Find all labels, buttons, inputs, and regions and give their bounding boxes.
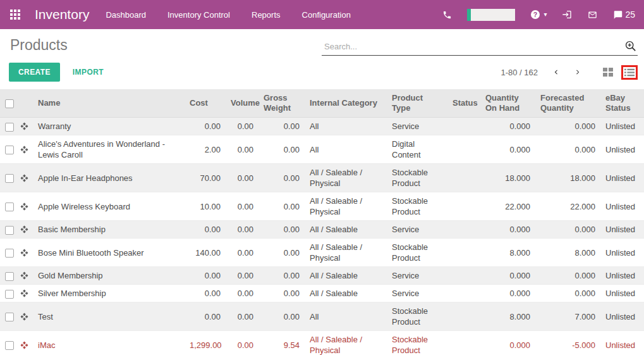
row-checkbox[interactable] bbox=[5, 123, 14, 132]
import-button[interactable]: IMPORT bbox=[69, 67, 107, 77]
cell-volume: 0.00 bbox=[226, 267, 258, 285]
cell-volume: 0.00 bbox=[226, 285, 258, 302]
cell-ebay-status: Unlisted bbox=[600, 192, 644, 221]
product-row[interactable]: Bose Mini Bluetooth Speaker140.000.000.0… bbox=[0, 239, 644, 267]
product-row[interactable]: Basic Membership0.000.000.00All / Saleab… bbox=[0, 221, 644, 239]
row-select-cell bbox=[0, 135, 19, 164]
drag-handle[interactable] bbox=[19, 221, 33, 239]
drag-handle[interactable] bbox=[19, 331, 33, 355]
drag-handle-icon bbox=[20, 225, 28, 234]
cell-quantity-on-hand: 0.000 bbox=[480, 118, 535, 135]
planner-progress-bar[interactable] bbox=[467, 9, 515, 21]
column-header-quantity-on-hand[interactable]: Quantity On Hand bbox=[480, 89, 535, 118]
app-title[interactable]: Inventory bbox=[35, 7, 89, 22]
sign-in-button[interactable] bbox=[562, 9, 572, 20]
kanban-view-button[interactable] bbox=[601, 66, 615, 78]
cell-status bbox=[447, 192, 480, 221]
row-select-cell bbox=[0, 239, 19, 267]
product-row[interactable]: Warranty0.000.000.00AllService0.0000.000… bbox=[0, 118, 644, 135]
pager-previous-button[interactable] bbox=[548, 66, 564, 78]
product-row[interactable]: Alice's Adventures in Wonderland - Lewis… bbox=[0, 135, 644, 164]
drag-handle[interactable] bbox=[19, 302, 33, 331]
row-checkbox[interactable] bbox=[5, 313, 14, 321]
drag-handle[interactable] bbox=[19, 267, 33, 285]
cell-volume: 0.00 bbox=[226, 192, 258, 221]
cell-gross-weight: 0.00 bbox=[258, 192, 305, 221]
planner-progress-fill bbox=[467, 9, 471, 21]
row-select-cell bbox=[0, 331, 19, 355]
zoom-search-icon[interactable] bbox=[625, 40, 636, 52]
row-checkbox[interactable] bbox=[5, 249, 14, 258]
navbar-menu: DashboardInventory ControlReportsConfigu… bbox=[106, 10, 350, 20]
cell-name: iMac bbox=[33, 331, 185, 355]
drag-handle[interactable] bbox=[19, 135, 33, 164]
chevron-down-icon: ▾ bbox=[544, 11, 547, 18]
help-menu-button[interactable]: ? ▾ bbox=[530, 9, 547, 20]
chat-button[interactable]: 25 bbox=[613, 9, 635, 20]
search-box bbox=[322, 38, 638, 56]
column-header-name[interactable]: Name bbox=[33, 89, 185, 118]
drag-handle[interactable] bbox=[19, 285, 33, 302]
list-view-button[interactable] bbox=[621, 65, 638, 80]
phone-button[interactable] bbox=[442, 10, 452, 20]
drag-handle-icon bbox=[20, 202, 28, 211]
row-select-cell bbox=[0, 164, 19, 192]
cell-name: Apple In-Ear Headphones bbox=[33, 164, 185, 192]
drag-handle[interactable] bbox=[19, 192, 33, 221]
product-row[interactable]: iMac1,299.000.009.54All / Saleable / Phy… bbox=[0, 331, 644, 355]
cell-volume: 0.00 bbox=[226, 331, 258, 355]
cell-internal-category: All / Saleable bbox=[305, 267, 387, 285]
row-checkbox[interactable] bbox=[5, 202, 14, 211]
search-input[interactable] bbox=[323, 41, 625, 52]
column-header-volume[interactable]: Volume bbox=[226, 89, 258, 118]
column-header-gross-weight[interactable]: Gross Weight bbox=[258, 89, 305, 118]
cell-cost: 70.00 bbox=[185, 164, 226, 192]
cell-gross-weight: 0.00 bbox=[258, 302, 305, 331]
nav-item-configuration[interactable]: Configuration bbox=[302, 10, 351, 20]
drag-handle[interactable] bbox=[19, 239, 33, 267]
cell-ebay-status: Unlisted bbox=[600, 285, 644, 302]
nav-item-inventory-control[interactable]: Inventory Control bbox=[167, 10, 230, 20]
navbar-right: ? ▾ 25 bbox=[442, 9, 635, 21]
pager-next-button[interactable] bbox=[569, 66, 586, 78]
cell-name: Basic Membership bbox=[33, 221, 185, 239]
cell-product-type: Stockable Product bbox=[387, 239, 447, 267]
cell-status bbox=[447, 267, 480, 285]
cell-cost: 140.00 bbox=[185, 239, 226, 267]
column-header-product-type[interactable]: Product Type bbox=[387, 89, 447, 118]
cell-gross-weight: 0.00 bbox=[258, 221, 305, 239]
row-checkbox[interactable] bbox=[5, 272, 14, 281]
select-all-checkbox[interactable] bbox=[5, 99, 14, 108]
cell-gross-weight: 0.00 bbox=[258, 135, 305, 164]
cell-product-type: Digital Content bbox=[387, 135, 447, 164]
cell-quantity-on-hand: 0.000 bbox=[480, 221, 535, 239]
messages-button[interactable] bbox=[587, 10, 598, 20]
row-checkbox[interactable] bbox=[5, 226, 14, 235]
column-header-status[interactable]: Status bbox=[447, 89, 480, 118]
row-checkbox[interactable] bbox=[5, 341, 14, 350]
product-row[interactable]: Apple Wireless Keyboard10.000.000.00All … bbox=[0, 192, 644, 221]
row-checkbox[interactable] bbox=[5, 290, 14, 299]
cell-product-type: Service bbox=[387, 221, 447, 239]
product-row[interactable]: Silver Membership0.000.000.00All / Salea… bbox=[0, 285, 644, 302]
select-all-header bbox=[0, 89, 19, 118]
row-checkbox[interactable] bbox=[5, 146, 14, 154]
product-row[interactable]: Gold Membership0.000.000.00All / Saleabl… bbox=[0, 267, 644, 285]
create-button[interactable]: CREATE bbox=[9, 63, 60, 82]
drag-handle[interactable] bbox=[19, 164, 33, 192]
column-header-internal-category[interactable]: Internal Category bbox=[305, 89, 387, 118]
column-header-cost[interactable]: Cost bbox=[185, 89, 226, 118]
product-row[interactable]: Test0.000.000.00AllStockable Product8.00… bbox=[0, 302, 644, 331]
column-header-forecasted-quantity[interactable]: Forecasted Quantity bbox=[535, 89, 600, 118]
cell-quantity-on-hand: 18.000 bbox=[480, 164, 535, 192]
product-row[interactable]: Apple In-Ear Headphones70.000.000.00All … bbox=[0, 164, 644, 192]
cell-ebay-status: Unlisted bbox=[600, 164, 644, 192]
cell-volume: 0.00 bbox=[226, 239, 258, 267]
column-header-ebay-status[interactable]: eBay Status bbox=[600, 89, 644, 118]
apps-menu-button[interactable] bbox=[0, 9, 31, 20]
nav-item-reports[interactable]: Reports bbox=[252, 10, 281, 20]
row-checkbox[interactable] bbox=[5, 174, 14, 183]
cell-cost: 10.00 bbox=[185, 192, 226, 221]
nav-item-dashboard[interactable]: Dashboard bbox=[106, 10, 146, 20]
drag-handle[interactable] bbox=[19, 118, 33, 135]
